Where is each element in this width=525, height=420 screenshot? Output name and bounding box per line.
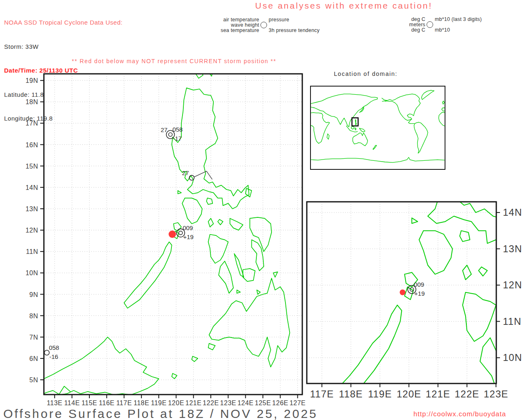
y-axis-label: 14N (25, 184, 38, 191)
legend-unit-pressure: mb*10 (last 3 digits) (435, 16, 482, 22)
coastline (439, 112, 445, 126)
legend-unit-air: deg C (386, 16, 425, 22)
y-axis-label: 6N (30, 355, 38, 362)
station-plot: 27 (182, 169, 212, 180)
coastline (382, 101, 386, 101)
x-axis-label: 123E (484, 388, 508, 399)
y-axis-label: 7N (30, 334, 38, 341)
storm-longitude: Longitude: 119.8 (4, 114, 123, 123)
y-axis-label: 14N (503, 207, 522, 218)
station-inner-circle (179, 231, 183, 235)
coastline (218, 219, 223, 225)
storm-id: Storm: 33W (4, 43, 123, 51)
y-axis-label: 12N (503, 279, 522, 290)
storm-info-title: NOAA SSD Tropical Cyclone Data Used: (4, 18, 123, 27)
legend-unit-wave: meters (386, 22, 425, 27)
y-axis-label: 8N (30, 313, 38, 320)
coastline (359, 128, 365, 132)
wind-barb (194, 171, 212, 179)
storm-info-block: NOAA SSD Tropical Cyclone Data Used: Sto… (4, 2, 123, 130)
x-axis-label: 122E (203, 399, 219, 406)
coastline (237, 290, 241, 293)
station-pressure: 058 (49, 344, 59, 351)
map-frame (310, 86, 445, 169)
coastline (230, 218, 243, 230)
site-url-link[interactable]: http://coolwx.com/buoydata (413, 410, 506, 418)
coastline (208, 235, 228, 263)
station-plot: 058-16 (44, 344, 59, 360)
coastline (124, 242, 172, 308)
coastline (419, 231, 452, 274)
location-of-domain-label: Location of domain: (334, 71, 397, 77)
coastline (460, 231, 470, 242)
x-axis-label: 127E (290, 399, 306, 406)
domain-box (352, 118, 358, 126)
y-axis-label: 12N (25, 227, 38, 234)
x-axis-label: 117E (116, 399, 132, 406)
station-plot: 27058-17 (161, 126, 183, 142)
y-axis-label: 16N (25, 142, 38, 148)
map-world (310, 86, 445, 169)
storm-latitude: Latitude: 11.8 (4, 91, 123, 99)
station-plot: 009+19 (408, 281, 425, 297)
x-axis-label: 113E (47, 399, 62, 406)
station-pressure: 058 (172, 126, 183, 133)
map-inner (310, 90, 445, 162)
legend-wave-height: wave height (205, 22, 259, 28)
station-tendency: +19 (183, 233, 193, 240)
y-axis-label: 11N (26, 248, 38, 255)
coastline (310, 94, 377, 127)
coastline (257, 290, 260, 294)
coastline (353, 133, 368, 146)
y-axis-label: 9N (30, 291, 38, 298)
coastline (382, 94, 420, 120)
coastline (355, 128, 356, 130)
x-axis-label: 118E (134, 399, 149, 406)
coastline (219, 261, 233, 293)
coastline (234, 253, 244, 277)
station-tendency: -17 (173, 135, 182, 142)
coastline (412, 218, 418, 223)
x-axis-label: 120E (168, 399, 184, 406)
x-axis-label: 117E (310, 388, 334, 399)
legend-unit-tendency: mb*10 (435, 27, 450, 33)
x-axis-label: 125E (255, 399, 271, 406)
coastline (208, 343, 215, 350)
x-axis-label: 119E (368, 388, 392, 399)
station-circle-units-icon (427, 21, 433, 28)
coastline (511, 387, 516, 392)
caution-banner: Use analyses with extreme caution! (255, 1, 432, 11)
station-air-temp: 27 (161, 126, 168, 133)
x-axis-label: 124E (237, 399, 253, 406)
coastline (250, 217, 272, 251)
coastline (443, 101, 445, 104)
coastline (206, 198, 212, 205)
y-axis-label: 10N (25, 269, 38, 276)
coastline (322, 305, 402, 418)
coastline (463, 292, 496, 342)
storm-position-dot (169, 231, 176, 238)
x-axis-label: 118E (339, 388, 363, 399)
coastline (208, 218, 214, 227)
y-axis-label: 15N (25, 163, 38, 170)
y-axis-label: 13N (25, 205, 38, 212)
coastline (195, 71, 203, 78)
station-tendency: +19 (414, 290, 425, 297)
x-axis-label: 119E (151, 399, 167, 406)
station-tendency: -16 (49, 353, 58, 360)
station-pressure: 009 (183, 224, 193, 231)
coastline (414, 122, 428, 153)
coastline (182, 198, 202, 224)
legend-pressure-tendency: 3h pressure tendency (269, 27, 320, 33)
x-axis-label: 121E (426, 388, 450, 399)
coastline (311, 158, 444, 162)
legend-pressure: pressure (269, 17, 289, 23)
x-axis-label: 115E (82, 399, 97, 406)
red-dot-warning: ** Red dot below may NOT represent CURRE… (72, 58, 276, 64)
station-circle-icon (260, 22, 267, 28)
x-axis-label: 126E (272, 399, 288, 406)
plot-title: Offshore Surface Plot at 18Z / NOV 25, 2… (3, 407, 318, 420)
x-axis-label: 123E (220, 399, 236, 406)
legend-sea-temperature: sea temperature (205, 27, 259, 33)
y-axis-label: 11N (503, 316, 521, 327)
